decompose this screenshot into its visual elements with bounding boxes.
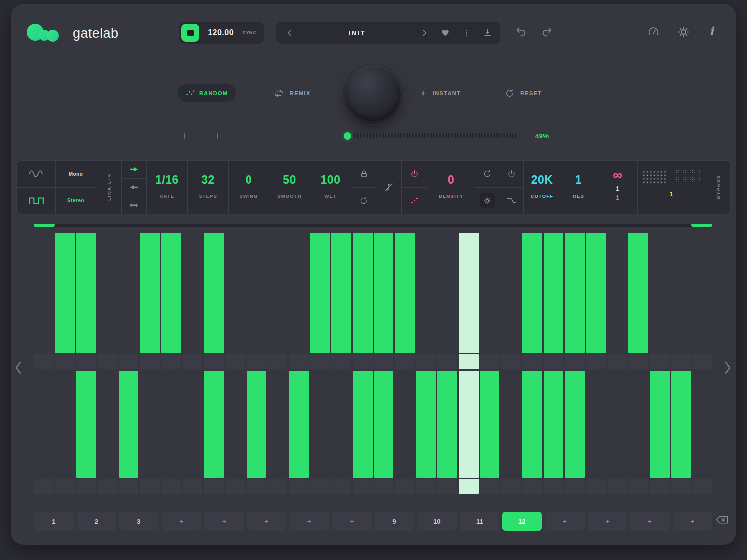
sequencer-step-27[interactable] xyxy=(586,233,606,369)
sequencer-step-26[interactable] xyxy=(565,371,585,494)
pattern-slot-10[interactable]: 10 xyxy=(417,512,457,531)
save-preset-button[interactable] xyxy=(477,22,498,44)
noise-texture-control[interactable]: 1 xyxy=(638,161,705,214)
wet-control[interactable]: 100 WET xyxy=(310,161,351,214)
sequencer-step-12[interactable] xyxy=(267,233,287,369)
cutoff-control[interactable]: 20K CUTOFF xyxy=(524,161,560,214)
sequencer-step-17[interactable] xyxy=(374,233,394,369)
sequencer-step-28[interactable] xyxy=(608,233,627,369)
sequencer-step-12[interactable] xyxy=(267,371,287,494)
cycle-button[interactable] xyxy=(351,187,376,214)
sequencer-step-32[interactable] xyxy=(692,371,712,494)
swing-control[interactable]: 0 SWING xyxy=(229,161,269,214)
sequencer-step-15[interactable] xyxy=(331,233,351,369)
sequencer-step-22[interactable] xyxy=(480,233,500,369)
stop-button[interactable] xyxy=(181,24,199,42)
sequencer-step-30[interactable] xyxy=(650,233,670,369)
smooth-control[interactable]: 50 SMOOTH xyxy=(269,161,310,214)
sequencer-step-4[interactable] xyxy=(98,371,118,494)
sequencer-step-31[interactable] xyxy=(671,233,691,369)
sequencer-step-14[interactable] xyxy=(310,371,330,494)
sequencer-step-6[interactable] xyxy=(140,233,160,369)
bypass-toggle[interactable]: BYPASS xyxy=(715,175,721,199)
pattern-slot-add[interactable]: + xyxy=(289,512,329,531)
sequencer-step-10[interactable] xyxy=(225,233,245,369)
sequencer-step-9[interactable] xyxy=(204,233,224,369)
filter-curve-button[interactable] xyxy=(499,187,523,214)
undo-button[interactable] xyxy=(515,26,527,38)
sequencer-step-18[interactable] xyxy=(395,371,415,494)
favorite-button[interactable] xyxy=(435,22,456,44)
sequencer-step-8[interactable] xyxy=(183,371,203,494)
sequencer-step-27[interactable] xyxy=(586,371,606,494)
sequencer-step-15[interactable] xyxy=(331,371,351,494)
lock-button[interactable] xyxy=(351,161,376,187)
sequencer-step-5[interactable] xyxy=(119,233,139,369)
pattern-slot-3[interactable]: 3 xyxy=(119,512,159,531)
direction-forward-button[interactable] xyxy=(122,161,146,178)
settings-button[interactable] xyxy=(677,26,690,38)
sequencer-step-16[interactable] xyxy=(353,371,373,494)
pattern-slot-1[interactable]: 1 xyxy=(34,512,74,531)
sequencer-step-22[interactable] xyxy=(480,371,500,494)
direction-pingpong-button[interactable] xyxy=(122,196,146,214)
sequencer-step-25[interactable] xyxy=(544,233,564,369)
sequencer-step-23[interactable] xyxy=(501,233,521,369)
sequencer-step-21[interactable] xyxy=(459,233,479,369)
density-power-button[interactable] xyxy=(402,161,427,187)
sequencer-step-2[interactable] xyxy=(55,371,75,494)
sequencer-step-29[interactable] xyxy=(628,233,648,369)
sequencer-step-3[interactable] xyxy=(76,371,96,494)
sequencer-step-29[interactable] xyxy=(628,371,648,494)
preset-next-button[interactable] xyxy=(414,22,435,44)
density-control[interactable]: 0 DENSITY xyxy=(427,161,475,214)
sequencer-step-20[interactable] xyxy=(437,371,457,494)
pattern-slot-add[interactable]: + xyxy=(247,512,287,531)
sequencer-step-1[interactable] xyxy=(34,233,54,369)
sequencer-step-25[interactable] xyxy=(544,371,564,494)
repeat-control[interactable]: ∞ 1 1 xyxy=(597,161,637,214)
density-settings-button[interactable] xyxy=(475,187,499,214)
preset-menu-button[interactable] xyxy=(456,22,477,44)
sequencer-step-14[interactable] xyxy=(310,233,330,369)
delete-pattern-button[interactable] xyxy=(715,515,729,526)
sequencer-step-13[interactable] xyxy=(289,371,309,494)
sequencer-step-26[interactable] xyxy=(565,233,585,369)
density-random-button[interactable] xyxy=(402,187,427,214)
steps-control[interactable]: 32 STEPS xyxy=(188,161,228,214)
direction-backward-button[interactable] xyxy=(122,178,146,196)
sequencer-step-11[interactable] xyxy=(247,233,266,369)
loop-range-track[interactable] xyxy=(34,224,712,227)
sequencer-step-19[interactable] xyxy=(416,233,436,369)
sequencer-step-6[interactable] xyxy=(140,371,160,494)
meter-button[interactable] xyxy=(647,26,660,38)
regenerate-button[interactable] xyxy=(475,161,499,187)
sequencer-step-7[interactable] xyxy=(161,371,181,494)
pattern-slot-11[interactable]: 11 xyxy=(460,512,499,531)
remix-mode-button[interactable]: REMIX xyxy=(273,87,310,99)
sequencer-step-17[interactable] xyxy=(374,371,394,494)
sequencer-step-7[interactable] xyxy=(161,233,181,369)
noise-dense-icon[interactable] xyxy=(641,169,667,184)
pattern-slot-12[interactable]: 12 xyxy=(502,512,542,531)
sequencer-step-23[interactable] xyxy=(501,371,521,494)
bpm-display[interactable]: 120.00 xyxy=(204,28,237,37)
pattern-slot-add[interactable]: + xyxy=(673,512,713,531)
link-lr-toggle[interactable]: LINK L-R xyxy=(106,173,112,201)
sequencer-step-9[interactable] xyxy=(204,371,224,494)
sequencer-step-11[interactable] xyxy=(247,371,266,494)
pattern-slot-add[interactable]: + xyxy=(588,512,627,531)
sequencer-step-2[interactable] xyxy=(55,233,75,369)
pattern-slot-add[interactable]: + xyxy=(332,512,372,531)
sequencer-step-30[interactable] xyxy=(650,371,670,494)
redo-button[interactable] xyxy=(541,26,553,38)
sequencer-step-3[interactable] xyxy=(76,233,96,369)
pattern-slot-add[interactable]: + xyxy=(162,512,202,531)
sequencer-step-32[interactable] xyxy=(692,233,712,369)
sequencer-step-31[interactable] xyxy=(671,371,691,494)
filter-power-button[interactable] xyxy=(499,161,523,187)
sequencer-step-18[interactable] xyxy=(395,233,415,369)
sequencer-step-13[interactable] xyxy=(289,233,309,369)
main-knob[interactable] xyxy=(345,66,401,121)
sequencer-page-left-button[interactable] xyxy=(15,361,22,376)
